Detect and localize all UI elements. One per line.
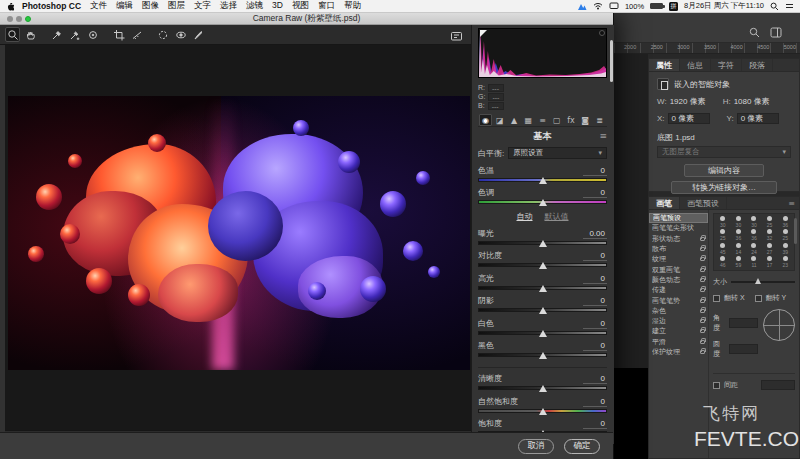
slider-value[interactable]: 0 — [583, 341, 607, 351]
panel-tab[interactable]: 画笔预设 — [680, 197, 727, 209]
slider-value[interactable]: 0 — [583, 274, 607, 284]
brush-preset[interactable]: 30 — [731, 215, 747, 229]
menu-item[interactable]: 3D — [272, 0, 283, 12]
brush-preset[interactable]: 36 — [777, 215, 793, 229]
brush-preset[interactable]: 27 — [762, 242, 778, 256]
slider-track[interactable] — [478, 200, 607, 204]
brush-preset[interactable]: 59 — [731, 256, 747, 270]
white-balance-tool[interactable] — [49, 27, 64, 42]
scrollbar-thumb[interactable] — [794, 218, 797, 244]
slider-thumb[interactable] — [539, 352, 547, 359]
display-icon[interactable] — [609, 2, 619, 10]
brush-preset[interactable]: 11 — [746, 256, 762, 270]
slider-value[interactable]: 0 — [583, 166, 607, 176]
slider-thumb[interactable] — [539, 307, 547, 314]
workspace-switcher-icon[interactable] — [770, 24, 782, 42]
slider-track[interactable] — [478, 178, 607, 182]
panel-tab[interactable]: 属性 — [649, 59, 680, 71]
slider-thumb[interactable] — [539, 285, 547, 292]
menu-item[interactable]: 视图 — [292, 0, 309, 12]
brush-panel-item[interactable]: 画笔笔尖形状 — [649, 223, 708, 233]
brush-panel-item[interactable]: 形状动态 — [649, 234, 708, 244]
open-preferences-icon[interactable] — [450, 28, 463, 46]
brush-panel-item[interactable]: 平滑 — [649, 337, 708, 347]
slider-track[interactable] — [478, 409, 607, 413]
x-field[interactable]: 0 像素 — [668, 113, 710, 124]
menu-item[interactable]: 文件 — [90, 0, 107, 12]
straighten-tool[interactable] — [129, 27, 144, 42]
menu-item[interactable]: 文字 — [194, 0, 211, 12]
menu-item[interactable]: 滤镜 — [246, 0, 263, 12]
brush-panel-item[interactable]: 画笔预设 — [649, 213, 708, 223]
slider-thumb[interactable] — [755, 278, 761, 284]
slider-track[interactable] — [478, 331, 607, 335]
brush-panel-item[interactable]: 湿边 — [649, 316, 708, 326]
brush-panel-item[interactable]: 双重画笔 — [649, 264, 708, 274]
menu-item[interactable]: 编辑 — [116, 0, 133, 12]
slider-value[interactable]: 0 — [583, 374, 607, 384]
brush-panel-item[interactable]: 纹理 — [649, 254, 708, 264]
cancel-button[interactable]: 取消 — [518, 439, 554, 454]
slider-value[interactable]: 0 — [583, 397, 607, 407]
brush-panel-item[interactable]: 画笔笔势 — [649, 295, 708, 305]
menu-item[interactable]: 图像 — [142, 0, 159, 12]
brush-panel-item[interactable]: 颜色动态 — [649, 275, 708, 285]
panel-tab-icon[interactable]: ≣ — [593, 114, 606, 126]
control-center-icon[interactable] — [785, 2, 794, 10]
slider-thumb[interactable] — [539, 385, 547, 392]
angle-dial[interactable] — [763, 309, 795, 341]
app-menu[interactable]: Photoshop CC — [22, 1, 81, 11]
slider-value[interactable]: 0 — [583, 188, 607, 198]
panel-tab-icon[interactable]: ◉ — [479, 114, 492, 126]
panel-tab-icon[interactable]: ◙ — [579, 114, 592, 126]
preview-image[interactable] — [8, 96, 470, 370]
slider-track[interactable] — [478, 386, 607, 390]
hand-tool[interactable] — [23, 27, 38, 42]
flip-y-checkbox[interactable] — [755, 295, 762, 302]
brush-panel-item[interactable]: 杂色 — [649, 306, 708, 316]
panel-tab-icon[interactable]: ▦ — [522, 114, 535, 126]
slider-thumb[interactable] — [539, 262, 547, 269]
edit-contents-button[interactable]: 编辑内容 — [684, 164, 764, 177]
preview-area[interactable] — [5, 45, 471, 430]
zoom-tool[interactable] — [5, 27, 20, 42]
apple-menu-icon[interactable] — [6, 1, 14, 11]
menu-item[interactable]: 窗口 — [318, 0, 335, 12]
slider-track[interactable] — [478, 308, 607, 312]
slider-thumb[interactable] — [539, 199, 547, 206]
panel-tab-icon[interactable]: ≡ — [536, 114, 549, 126]
panel-tab[interactable]: 段落 — [742, 59, 773, 71]
brush-preset[interactable]: 39 — [777, 242, 793, 256]
section-menu-icon[interactable]: ≡ — [599, 131, 607, 141]
slider-thumb[interactable] — [539, 408, 547, 415]
minimize-button[interactable] — [16, 16, 22, 22]
menu-item[interactable]: 帮助 — [344, 0, 361, 12]
slider-value[interactable]: 0 — [583, 319, 607, 329]
size-slider[interactable] — [731, 281, 795, 283]
roundness-field[interactable] — [729, 344, 758, 354]
y-field[interactable]: 0 像素 — [737, 113, 779, 124]
layer-comp-select[interactable]: 无图层复合 ▾ — [657, 146, 791, 158]
panel-tab-icon[interactable]: ▲ — [508, 114, 521, 126]
panel-tab[interactable]: 字符 — [711, 59, 742, 71]
slider-track[interactable] — [478, 286, 607, 290]
wifi-icon[interactable] — [593, 2, 603, 10]
ok-button[interactable]: 确定 — [564, 439, 600, 454]
adjustment-brush-tool[interactable] — [191, 27, 206, 42]
brush-panel-item[interactable]: 保护纹理 — [649, 347, 708, 357]
panel-tab[interactable]: 信息 — [680, 59, 711, 71]
auto-link[interactable]: 默认值 — [545, 211, 569, 222]
slider-value[interactable]: 0 — [583, 296, 607, 306]
spot-removal-tool[interactable] — [155, 27, 170, 42]
angle-field[interactable] — [729, 318, 758, 328]
close-button[interactable] — [7, 16, 13, 22]
slider-thumb[interactable] — [539, 330, 547, 337]
brush-preset[interactable]: 25 — [777, 229, 793, 243]
brush-preset[interactable]: 25 — [762, 215, 778, 229]
brush-preset[interactable]: 30 — [746, 215, 762, 229]
brush-preset[interactable]: 17 — [762, 256, 778, 270]
brush-panel-item[interactable]: 建立 — [649, 326, 708, 336]
targeted-adjustment-tool[interactable] — [85, 27, 100, 42]
brush-preset[interactable]: 14 — [731, 242, 747, 256]
panel-tab-icon[interactable]: fx — [565, 114, 578, 126]
